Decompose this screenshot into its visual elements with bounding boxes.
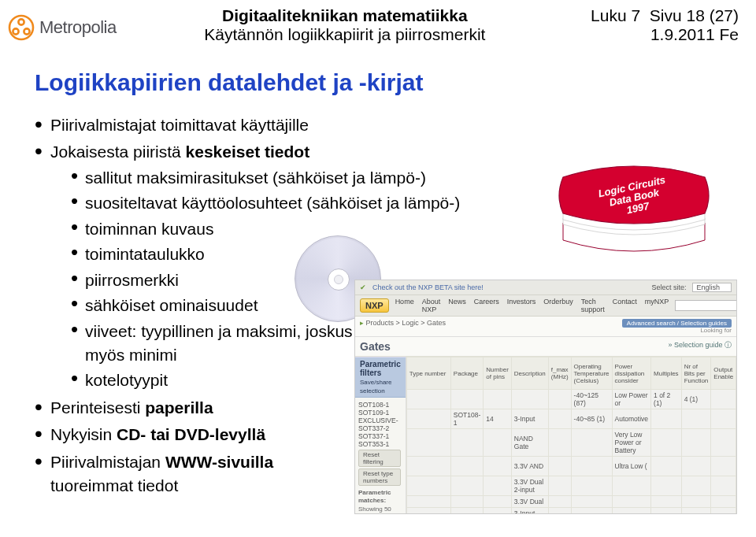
cell [711,409,736,429]
cell [484,429,511,457]
book-icon: Logic Circuits Data Book 1997 [555,161,713,280]
cell: Very Low Power or Battery [612,429,651,457]
cell: (20) [736,409,737,429]
filters-title: Parametric filters [360,360,401,377]
cell [511,390,548,409]
filter-row: -40~125 (87)Low Power or1 of 2 (1)4 (1)4… [406,390,737,409]
tab-investors[interactable]: Investors [507,298,536,313]
cell [571,476,612,496]
cell [406,390,450,409]
th[interactable]: Package [450,357,484,390]
looking-for: Looking for [360,327,732,334]
cell [548,476,571,496]
cell [484,457,511,476]
cell [711,508,736,515]
th[interactable]: Operating Temperature (Celsius) [571,357,612,390]
selection-guide[interactable]: Selection guide [674,341,723,349]
cell [711,390,736,409]
cell [681,496,711,508]
results-table: Type number Package Number of pins Descr… [406,357,737,514]
cell [571,508,612,515]
cell [711,457,736,476]
th[interactable]: Nr of Bits per Function [681,357,711,390]
filter-item[interactable]: SOT108-1 [358,401,402,409]
filter-item[interactable]: SOT337-1 [358,432,402,440]
bullet-2-bold: keskeiset tiedot [186,143,310,161]
filter-item[interactable]: SOT109-1 [358,409,402,417]
sub-7: viiveet: tyypillinen ja maksimi, joskus … [71,320,362,368]
cell [406,496,450,508]
tab-tech[interactable]: Tech support [581,298,605,313]
bullet-1-text: Piirivalmistajat toimittavat käyttäjille [50,116,309,134]
reset-type-numbers[interactable]: Reset type numbers [358,468,401,486]
cell [484,496,511,508]
filter-row: 3.3V ANDUltra Low (~2.4 mA+/- 4.0 mA [406,457,737,476]
website-screenshot: ✔ Check out the NXP BETA site here! Sele… [354,280,737,514]
logo-icon [8,14,35,41]
tab-home[interactable]: Home [395,298,414,313]
cell [711,429,736,457]
cell: Low Power or [612,390,651,409]
cell: -40~125 (87) [571,390,612,409]
cell [612,496,651,508]
site-select[interactable]: English [692,283,732,292]
th[interactable]: Output Enable [711,357,736,390]
pm-line1: Showing 50 products of 516 [358,506,402,514]
cell: NAND Gate [511,429,548,457]
nav-tabs: Home About NXP News Careers Investors Or… [395,298,669,313]
tab-orderbuy[interactable]: Orderbuy [543,298,573,313]
th[interactable]: Description [511,357,548,390]
cell [681,409,711,429]
cell: SOT108-1 [450,409,484,429]
tab-mynxp[interactable]: myNXP [645,298,669,313]
bullet-5-c: tuoreimmat tiedot [50,476,178,494]
cell [450,508,484,515]
page-label: Sivu 18 (27) [650,6,739,24]
cell [406,429,450,457]
th[interactable]: Power dissipation consider [612,357,651,390]
cell [571,457,612,476]
tab-news[interactable]: News [448,298,466,313]
filter-item[interactable]: SOT337-2 [358,424,402,432]
cell [548,390,571,409]
header-right: Luku 7 Sivu 18 (27) 1.9.2011 Fe [573,6,739,44]
tab-about[interactable]: About NXP [422,298,441,313]
cell [651,476,682,496]
filter-row: SOT108-1143-Input-40~85 (1)Automotive(20… [406,409,737,429]
cell [736,496,737,508]
filter-row: NAND GateVery Low Power or Battery~2.4 m… [406,429,737,457]
pm-title: Parametric matches: [358,489,391,504]
cell [711,496,736,508]
cell [450,390,484,409]
header-center: Digitaalitekniikan matematiikka Käytännö… [117,6,573,44]
filter-item[interactable]: EXCLUSIVE- [358,417,402,424]
cell [681,476,711,496]
breadcrumb[interactable]: Products > Logic > Gates [366,319,447,327]
cell: 3.3V Dual 2-input [511,476,548,496]
svg-point-1 [13,28,18,34]
beta-link[interactable]: Check out the NXP BETA site here! [372,283,484,291]
cell: 3-Input [511,409,548,429]
cell [548,508,571,515]
cell [450,429,484,457]
cell: -40~85 (1) [571,409,612,429]
search-input[interactable] [675,300,737,311]
cell [484,390,511,409]
reset-filtering[interactable]: Reset filtering [358,450,401,467]
tab-contact[interactable]: Contact [613,298,637,313]
bullet-5: Piirivalmistajan WWW-sivuilla tuoreimmat… [35,450,318,498]
th[interactable]: Multiples [651,357,682,390]
bullet-4-a: Nykyisin [50,425,117,443]
gates-heading: Gates [360,340,391,353]
th[interactable]: Number of pins [484,357,511,390]
save-share[interactable]: Save/share selection [360,379,391,394]
th[interactable]: Type number [406,357,450,390]
slide-title: Logiikkapiirien datalehdet ja -kirjat [35,69,756,96]
cell [681,508,711,515]
tab-careers[interactable]: Careers [474,298,499,313]
filter-item[interactable]: SOT353-1 [358,440,402,448]
th[interactable]: Output drive voltage (VDC) [736,357,737,390]
cell [548,496,571,508]
th[interactable]: f_max (MHz) [548,357,571,390]
cell [612,508,651,515]
